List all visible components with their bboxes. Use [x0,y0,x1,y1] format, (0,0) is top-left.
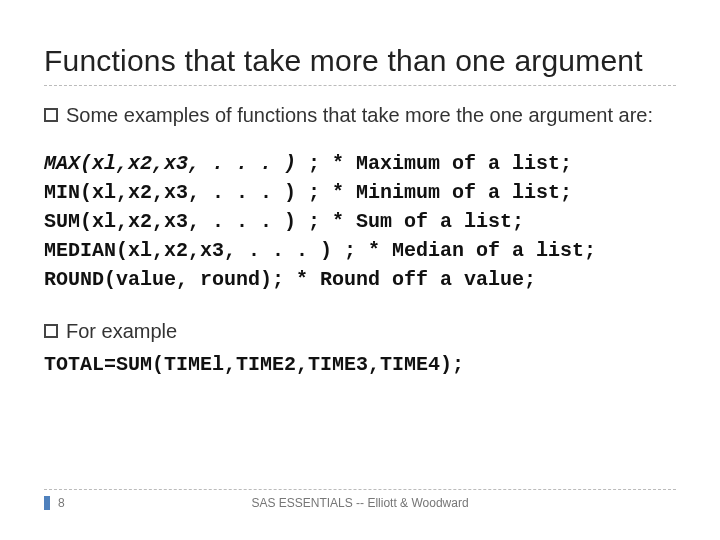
title-divider [44,85,676,86]
code-round: ROUND(value, round); * Round off a value… [44,268,536,291]
code-min: MIN(xl,x2,x3, . . . ) ; * Minimum of a l… [44,181,572,204]
page-accent-icon [44,496,50,510]
footer-row: 8 SAS ESSENTIALS -- Elliott & Woodward [44,496,676,510]
footer: 8 SAS ESSENTIALS -- Elliott & Woodward [44,489,676,510]
page-title: Functions that take more than one argume… [44,44,676,77]
code-block-example: TOTAL=SUM(TIMEl,TIME2,TIME3,TIME4); [44,351,676,379]
bullet-for-example-text: For example [66,318,676,345]
square-bullet-icon [44,108,58,122]
code-block-functions: MAX(xl,x2,x3, . . . ) ; * Maximum of a l… [44,149,676,294]
bullet-for-example: For example [44,318,676,345]
code-max-rest: ; * Maximum of a list; [296,152,572,175]
code-median: MEDIAN(xl,x2,x3, . . . ) ; * Median of a… [44,239,596,262]
code-sum: SUM(xl,x2,x3, . . . ) ; * Sum of a list; [44,210,524,233]
code-max-fn: MAX(xl,x2,x3, . . . ) [44,152,296,175]
bullet-intro-text: Some examples of functions that take mor… [66,102,676,129]
bullet-intro: Some examples of functions that take mor… [44,102,676,129]
page-number: 8 [58,496,65,510]
footer-text: SAS ESSENTIALS -- Elliott & Woodward [251,496,468,510]
slide: Functions that take more than one argume… [0,0,720,540]
footer-divider [44,489,676,490]
square-bullet-icon [44,324,58,338]
